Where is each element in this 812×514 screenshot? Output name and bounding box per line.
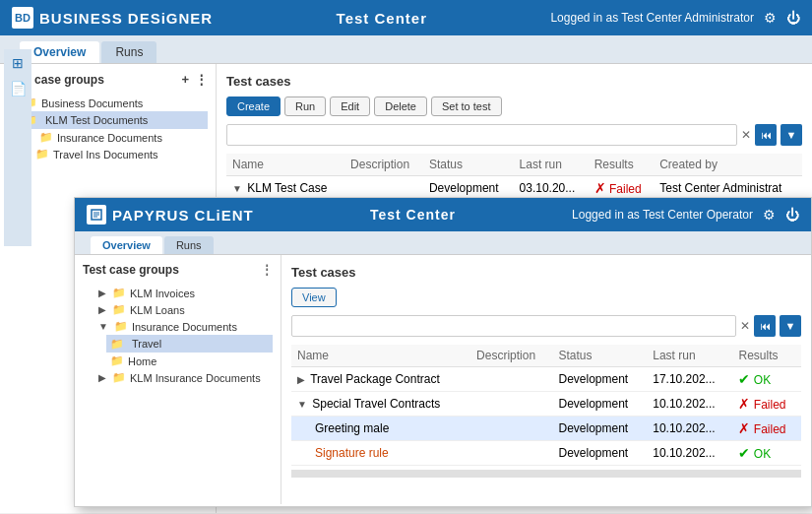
ok-icon: ✔	[738, 445, 750, 461]
fg-tree-item-klm-insurance-documents[interactable]: ▶ 📁 KLM Insurance Documents	[94, 369, 273, 386]
expand-arrow-icon: ▶	[98, 288, 106, 298]
create-button[interactable]: Create	[226, 96, 281, 116]
fg-header: PAPYRUS CLiENT Test Center Logged in as …	[75, 198, 811, 231]
bg-more-options-icon[interactable]: ⋮	[195, 72, 208, 87]
bg-tree-label-travel-ins-documents: Travel Ins Documents	[53, 149, 158, 161]
fg-col-name: Name	[291, 345, 470, 367]
bg-tab-overview[interactable]: Overview	[20, 41, 99, 63]
delete-button[interactable]: Delete	[374, 96, 427, 116]
folder-icon: 📁	[110, 354, 124, 367]
bg-nav-icon-1[interactable]: ⊞	[12, 55, 24, 71]
set-to-test-button[interactable]: Set to test	[431, 96, 502, 116]
expand-arrow-icon: ▶	[98, 304, 106, 315]
fg-tab-runs[interactable]: Runs	[164, 236, 214, 254]
table-row[interactable]: ▼ Special Travel Contracts Development 1…	[291, 392, 801, 417]
bg-add-group-icon[interactable]: +	[181, 72, 189, 87]
folder-icon: 📁	[110, 338, 124, 351]
bg-tab-runs[interactable]: Runs	[101, 41, 156, 63]
folder-icon: 📁	[112, 303, 126, 316]
bg-tree-item-travel-ins-documents[interactable]: 📁 Travel Ins Documents	[31, 146, 208, 162]
bg-tree-item-klm-test-documents[interactable]: 📁 KLM Test Documents	[20, 111, 208, 129]
row-collapse-icon: ▼	[232, 183, 242, 194]
fg-sidebar-title: Test case groups	[83, 263, 179, 277]
fg-row-last-run-1: 17.10.202...	[647, 367, 732, 392]
failed-icon: ✗	[594, 180, 606, 196]
fg-tree-label-insurance-documents: Insurance Documents	[132, 321, 237, 333]
bg-tree-label-insurance-documents: Insurance Documents	[57, 132, 162, 144]
bg-search-input[interactable]	[226, 124, 737, 146]
collapse-arrow-icon: ▼	[98, 321, 108, 332]
fg-tab-overview[interactable]: Overview	[91, 236, 162, 254]
bg-search-bar: ✕ ⏮ ▼	[226, 124, 802, 146]
bg-col-status: Status	[423, 154, 514, 176]
fg-row-last-run-2: 10.10.202...	[647, 392, 732, 417]
fg-row-name-special-travel: ▼ Special Travel Contracts	[291, 392, 470, 417]
fg-button-group: View	[291, 288, 801, 307]
fg-view-button[interactable]: View	[291, 288, 337, 307]
fg-col-status: Status	[552, 345, 647, 367]
failed-icon: ✗	[738, 420, 750, 436]
fg-row-result-2: ✗ Failed	[732, 392, 801, 417]
fg-content-area: Test case groups ⋮ ▶ 📁 KLM Invoices ▶ 📁 …	[75, 255, 811, 504]
fg-row-desc-4	[470, 441, 552, 466]
fg-row-result-4: ✔ OK	[732, 441, 801, 466]
fg-tab-bar: Overview Runs	[75, 231, 811, 255]
bg-tree-label-business-documents: Business Documents	[41, 97, 143, 109]
bg-col-name: Name	[226, 154, 344, 176]
fg-search-bar: ✕ ⏮ ▼	[291, 315, 801, 337]
fg-row-status-3: Development	[552, 417, 647, 441]
fg-tree-item-klm-invoices[interactable]: ▶ 📁 KLM Invoices	[94, 285, 273, 301]
expand-arrow-icon: ▶	[98, 372, 106, 383]
fg-tree-item-insurance-documents[interactable]: ▼ 📁 Insurance Documents	[94, 318, 273, 335]
bg-nav-icon-2[interactable]: 📄	[10, 81, 27, 96]
fg-col-last-run: Last run	[647, 345, 732, 367]
fg-filter-button[interactable]: ▼	[780, 315, 801, 337]
fg-user-text: Logged in as Test Center Operator	[572, 208, 753, 222]
fg-center-title: Test Center	[370, 207, 456, 223]
fg-tree-label-travel: Travel	[128, 337, 165, 351]
run-button[interactable]: Run	[284, 96, 326, 116]
collapse-arrow-icon: ▼	[297, 399, 307, 410]
fg-horizontal-scrollbar[interactable]	[291, 470, 801, 478]
bg-col-results: Results	[589, 154, 655, 176]
bg-first-page-button[interactable]: ⏮	[755, 124, 777, 146]
fg-gear-icon[interactable]: ⚙	[763, 207, 776, 223]
fg-row-desc-3	[470, 417, 552, 441]
fg-more-options-icon[interactable]: ⋮	[261, 263, 273, 277]
bg-filter-button[interactable]: ▼	[781, 124, 802, 146]
folder-icon: 📁	[35, 148, 49, 161]
fg-tree-item-travel[interactable]: 📁 Travel	[106, 335, 273, 353]
fg-sidebar: Test case groups ⋮ ▶ 📁 KLM Invoices ▶ 📁 …	[75, 255, 281, 504]
fg-power-icon[interactable]: ⏻	[785, 207, 799, 223]
table-row[interactable]: Greeting male Development 10.10.202... ✗…	[291, 417, 801, 441]
bg-tree-item-business-documents[interactable]: 📁 Business Documents	[20, 95, 208, 111]
bg-user-text: Logged in as Test Center Administrator	[550, 11, 754, 25]
bg-header-right: Logged in as Test Center Administrator ⚙…	[550, 10, 800, 26]
folder-icon: 📁	[112, 287, 126, 299]
fg-col-description: Description	[470, 345, 552, 367]
table-row[interactable]: Signature rule Development 10.10.202... …	[291, 441, 801, 466]
papyrus-client-window: PAPYRUS CLiENT Test Center Logged in as …	[74, 197, 812, 507]
fg-row-status-1: Development	[552, 367, 647, 392]
bg-power-icon[interactable]: ⏻	[786, 10, 800, 26]
edit-button[interactable]: Edit	[330, 96, 370, 116]
table-row[interactable]: ▶ Travel Package Contract Development 17…	[291, 367, 801, 392]
bg-gear-icon[interactable]: ⚙	[764, 10, 777, 26]
bg-logo: BD BUSINESS DESiGNER	[12, 7, 213, 29]
fg-tree-item-klm-loans[interactable]: ▶ 📁 KLM Loans	[94, 301, 273, 318]
bg-clear-search-icon[interactable]: ✕	[741, 128, 751, 142]
bd-logo-box: BD	[12, 7, 33, 29]
fg-header-right: Logged in as Test Center Operator ⚙ ⏻	[572, 207, 799, 223]
fg-clear-search-icon[interactable]: ✕	[740, 319, 750, 333]
expand-arrow-icon: ▶	[297, 374, 305, 385]
fg-first-page-button[interactable]: ⏮	[754, 315, 776, 337]
fg-tree-label-home: Home	[128, 355, 156, 367]
bg-tree-item-insurance-documents[interactable]: ▼ 📁 Insurance Documents	[20, 129, 208, 146]
fg-search-input[interactable]	[291, 315, 736, 337]
fg-tree-label-klm-invoices: KLM Invoices	[130, 288, 195, 299]
fg-section-title: Test cases	[291, 265, 801, 280]
bg-tree-label-klm-test-documents: KLM Test Documents	[41, 113, 152, 127]
fg-row-name-travel-package: ▶ Travel Package Contract	[291, 367, 470, 392]
fg-tree-item-home[interactable]: 📁 Home	[106, 353, 273, 369]
folder-icon: 📁	[39, 131, 53, 144]
